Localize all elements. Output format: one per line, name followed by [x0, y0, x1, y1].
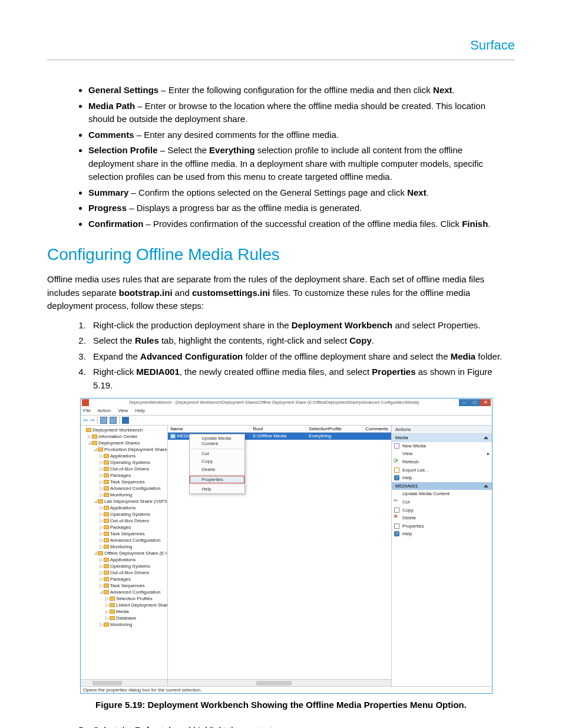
tree-node[interactable]: ▷Applications	[81, 453, 167, 459]
tree-node[interactable]: ▷Task Sequences	[81, 479, 167, 485]
action-delete[interactable]: ✕Delete	[392, 514, 492, 522]
toolbar-icon-2[interactable]	[110, 417, 117, 424]
forward-icon[interactable]: ⇨	[90, 417, 95, 424]
bullet-progress: Progress – Displays a progress bar as th…	[88, 202, 509, 215]
tree-node[interactable]: ⊿Advanced Configuration	[81, 589, 167, 595]
tree-node[interactable]: ▷Out-of-Box Drivers	[81, 518, 167, 524]
context-help[interactable]: Help	[190, 485, 244, 493]
actions-section-media001[interactable]: MEDIA001	[392, 482, 492, 490]
tree-node[interactable]: ▷Linked Deployment Shares	[81, 602, 167, 608]
menu-help[interactable]: Help	[135, 408, 145, 413]
actions-section-media[interactable]: Media	[392, 434, 492, 442]
back-icon[interactable]: ⇦	[83, 417, 88, 424]
bullet-comments: Comments – Enter any desired comments fo…	[88, 129, 509, 142]
action-help-2[interactable]: ?Help	[392, 530, 492, 538]
tree-node[interactable]: ▷Out-of-Box Drivers	[81, 466, 167, 472]
close-button[interactable]: ✕	[480, 399, 491, 406]
action-export[interactable]: Export List...	[392, 466, 492, 475]
tree-node[interactable]: ⊿Deployment Shares	[81, 440, 167, 446]
context-cut[interactable]: Cut	[190, 450, 244, 458]
action-view[interactable]: View▸	[392, 450, 492, 458]
context-properties[interactable]: Properties	[190, 476, 244, 484]
cut-icon: ✂	[394, 498, 399, 503]
figure-caption: Figure 5.19: Deployment Workbench Showin…	[47, 699, 515, 712]
context-menu: Update Media Content Cut Copy Delete Pro…	[189, 434, 245, 494]
delete-icon: ✕	[394, 514, 399, 519]
menu-bar: File Action View Help	[81, 407, 492, 416]
tree-node[interactable]: Deployment Workbench	[81, 427, 167, 433]
step-5: Select the Rules tab and highlight the c…	[88, 724, 509, 728]
tree-node[interactable]: ▷Operating Systems	[81, 511, 167, 518]
help-icon: ?	[394, 475, 399, 480]
toolbar-icon-1[interactable]	[100, 417, 107, 424]
tree-node[interactable]: ▷Monitoring	[81, 543, 167, 550]
tree-node[interactable]: ⊿Lab Deployment Share (\\SP3LabDeploy\L	[81, 498, 167, 505]
help-icon: ?	[394, 531, 399, 536]
action-update-media[interactable]: Update Media Content	[392, 490, 492, 498]
copy-icon	[394, 508, 399, 513]
tree-node[interactable]: ▷Database	[81, 615, 167, 621]
tree-node[interactable]: ▷Monitoring	[81, 621, 167, 628]
status-bar: Opens the properties dialog box for the …	[81, 686, 492, 694]
tree-node[interactable]: ▷Packages	[81, 576, 167, 582]
new-media-icon	[394, 443, 399, 449]
bullet-general-settings: General Settings – Enter the following c…	[88, 84, 509, 97]
list-pane: Name Root SelectionProfile Comments MEDI…	[168, 426, 392, 686]
tree-node[interactable]: ▷Advanced Configuration	[81, 537, 167, 543]
tree-node[interactable]: ▷Task Sequences	[81, 531, 167, 537]
action-cut[interactable]: ✂Cut	[392, 498, 492, 506]
menu-action[interactable]: Action	[98, 408, 111, 413]
context-copy[interactable]: Copy	[190, 457, 244, 466]
action-properties[interactable]: Properties	[392, 522, 492, 531]
app-icon	[82, 399, 89, 406]
bullet-confirmation: Confirmation – Provides confirmation of …	[88, 218, 509, 231]
context-delete[interactable]: Delete	[190, 466, 244, 474]
step-1: Right-click the production deployment sh…	[88, 319, 509, 332]
tree-node[interactable]: ▷Selection Profiles	[81, 595, 167, 602]
header-root[interactable]: Root	[250, 426, 306, 433]
tree-node[interactable]: ▷Packages	[81, 472, 167, 479]
tree-horizontal-scrollbar[interactable]	[81, 679, 167, 686]
steps-list: Right-click the production deployment sh…	[88, 319, 509, 393]
context-update-media[interactable]: Update Media Content	[190, 434, 244, 448]
tree-node[interactable]: ▷Operating Systems	[81, 563, 167, 569]
export-icon	[394, 467, 399, 473]
menu-view[interactable]: View	[118, 408, 128, 413]
list-header: Name Root SelectionProfile Comments	[168, 426, 391, 433]
toolbar-help-icon[interactable]	[122, 417, 129, 424]
tree-node[interactable]: ▷Operating Systems	[81, 459, 167, 466]
tree-node[interactable]: ▷Information Center	[81, 433, 167, 440]
minimize-button[interactable]: –	[459, 399, 470, 406]
tree-node[interactable]: ▷Monitoring	[81, 492, 167, 498]
tree-node[interactable]: ▷Applications	[81, 505, 167, 511]
step-2: Select the Rules tab, highlight the cont…	[88, 334, 509, 348]
navigation-tree[interactable]: Deployment Workbench▷Information Center⊿…	[81, 426, 168, 686]
tree-node[interactable]: ▷Task Sequences	[81, 582, 167, 589]
action-help[interactable]: ?Help	[392, 474, 492, 482]
maximize-button[interactable]: □	[470, 399, 480, 406]
header-selectionprofile[interactable]: SelectionProfile	[306, 426, 363, 433]
bullet-selection-profile: Selection Profile – Select the Everythin…	[88, 144, 509, 184]
header-comments[interactable]: Comments	[363, 426, 391, 433]
tree-node[interactable]: ▷Out-of-Box Drivers	[81, 569, 167, 576]
steps-list-continued: Select the Rules tab and highlight the c…	[88, 724, 509, 728]
header-rule	[47, 60, 515, 60]
action-copy[interactable]: Copy	[392, 506, 492, 515]
tree-node[interactable]: ▷Packages	[81, 524, 167, 531]
actions-pane: Actions Media New Media View▸ ⟳Refresh E…	[392, 426, 492, 686]
action-new-media[interactable]: New Media	[392, 442, 492, 450]
menu-file[interactable]: File	[83, 408, 91, 413]
header-name[interactable]: Name	[168, 426, 250, 433]
tree-node[interactable]: ▷Applications	[81, 556, 167, 563]
bullet-media-path: Media Path – Enter or browse to the loca…	[88, 100, 509, 126]
brand-label: Surface	[47, 35, 515, 55]
list-horizontal-scrollbar[interactable]	[168, 679, 391, 686]
step-3: Expand the Advanced Configuration folder…	[88, 350, 509, 364]
tree-node[interactable]: ⊿Production Deployment Share (E:\Product	[81, 446, 167, 453]
action-refresh[interactable]: ⟳Refresh	[392, 458, 492, 466]
tree-node[interactable]: ▷Media	[81, 608, 167, 615]
bullet-summary: Summary – Confirm the options selected o…	[88, 186, 509, 200]
tree-node[interactable]: ⊿Offline Deployment Share (E:\OfflineDep…	[81, 550, 167, 556]
tree-node[interactable]: ▷Advanced Configuration	[81, 485, 167, 492]
submenu-arrow-icon: ▸	[487, 451, 490, 457]
